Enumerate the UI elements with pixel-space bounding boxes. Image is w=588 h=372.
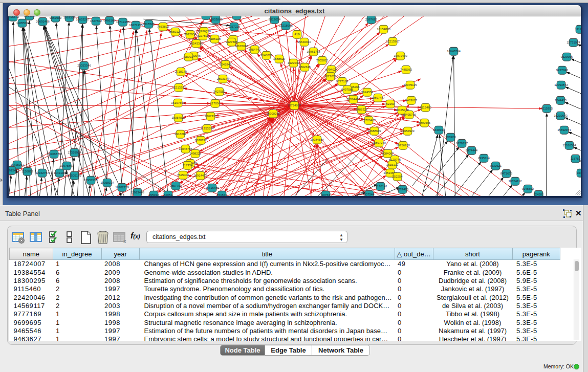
svg-text:2935114: 2935114: [478, 157, 490, 160]
svg-text:17016504: 17016504: [562, 144, 576, 147]
svg-text:7485063: 7485063: [400, 68, 412, 71]
svg-text:111240: 111240: [575, 28, 580, 31]
svg-text:16154808: 16154808: [377, 28, 390, 31]
svg-text:16648764: 16648764: [447, 50, 461, 53]
svg-text:116753: 116753: [570, 157, 580, 160]
svg-text:807544: 807544: [364, 193, 375, 196]
svg-text:6466160: 6466160: [103, 19, 116, 22]
svg-text:23676038: 23676038: [234, 45, 248, 48]
svg-text:19756928: 19756928: [396, 144, 410, 147]
svg-text:x: x: [123, 238, 126, 244]
svg-text:1621072: 1621072: [324, 75, 336, 78]
svg-text:17359924: 17359924: [68, 151, 81, 154]
svg-text:16107554: 16107554: [171, 101, 185, 104]
svg-text:6379197: 6379197: [455, 142, 468, 145]
svg-text:938928: 938928: [445, 136, 456, 139]
svg-text:7625402: 7625402: [177, 173, 189, 177]
svg-text:10653267: 10653267: [76, 18, 90, 21]
svg-text:10688609: 10688609: [367, 129, 381, 133]
svg-text:9463627: 9463627: [405, 99, 417, 102]
svg-text:1733426: 1733426: [396, 188, 408, 191]
svg-text:3427552: 3427552: [213, 90, 225, 93]
svg-text:52051: 52051: [164, 193, 172, 196]
svg-text:761543: 761543: [216, 193, 227, 196]
svg-text:1562615: 1562615: [298, 65, 311, 69]
svg-text:2803144: 2803144: [216, 77, 229, 80]
svg-text:995012: 995012: [148, 193, 159, 196]
svg-text:252254: 252254: [392, 175, 403, 178]
svg-text:20206576: 20206576: [47, 152, 61, 156]
svg-text:15692971: 15692971: [557, 128, 571, 132]
svg-text:10719155: 10719155: [116, 20, 129, 24]
svg-text:15716485: 15716485: [205, 186, 219, 189]
svg-text:18495796: 18495796: [402, 113, 416, 116]
svg-text:12505185: 12505185: [68, 174, 81, 177]
svg-text:117334: 117334: [182, 164, 192, 167]
svg-text:10807487: 10807487: [371, 96, 385, 99]
svg-text:9857791: 9857791: [169, 184, 182, 187]
svg-text:9474444: 9474444: [465, 149, 477, 152]
svg-text:7486322: 7486322: [355, 108, 367, 111]
svg-text:92450: 92450: [577, 171, 581, 174]
svg-text:2718170: 2718170: [175, 70, 187, 73]
svg-text:19218906: 19218906: [279, 24, 293, 27]
svg-text:16543382: 16543382: [189, 42, 203, 45]
svg-text:9327508: 9327508: [225, 40, 237, 43]
svg-text:8215955: 8215955: [540, 107, 553, 110]
svg-text:20691406: 20691406: [36, 20, 50, 23]
svg-text:2093719: 2093719: [200, 16, 212, 17]
svg-text:9245652: 9245652: [521, 187, 534, 190]
svg-text:924501: 924501: [533, 193, 544, 196]
svg-text:39154: 39154: [9, 169, 16, 172]
svg-text:1405572: 1405572: [16, 21, 28, 25]
svg-text:8813054: 8813054: [268, 18, 280, 21]
svg-text:15751074: 15751074: [567, 41, 580, 44]
svg-text:1322033: 1322033: [287, 61, 299, 64]
svg-text:1405572: 1405572: [9, 16, 19, 18]
svg-text:12093872: 12093872: [554, 83, 568, 86]
svg-text:9777169: 9777169: [336, 80, 348, 83]
svg-text:6899695: 6899695: [418, 121, 430, 124]
svg-text:3912954: 3912954: [184, 33, 196, 36]
svg-text:18807249: 18807249: [372, 141, 386, 144]
svg-text:8471676: 8471676: [500, 172, 512, 175]
svg-text:16435061: 16435061: [10, 163, 24, 166]
svg-text:3267110: 3267110: [205, 115, 217, 118]
svg-text:1063509: 1063509: [63, 16, 75, 19]
svg-text:9084067: 9084067: [381, 152, 394, 155]
svg-text:19654923: 19654923: [401, 129, 415, 133]
svg-text:9242848: 9242848: [219, 63, 231, 66]
svg-text:117006: 117006: [210, 102, 220, 105]
svg-text:98901: 98901: [184, 55, 193, 58]
svg-text:15640910: 15640910: [297, 40, 311, 43]
svg-text:1916682: 1916682: [174, 133, 186, 136]
svg-text:12213382: 12213382: [172, 86, 186, 89]
svg-text:9063509: 9063509: [49, 16, 61, 19]
svg-text:6794024: 6794024: [325, 68, 337, 71]
svg-text:7515526: 7515526: [142, 23, 155, 26]
svg-text:19384554: 19384554: [310, 138, 324, 141]
svg-text:16961758: 16961758: [307, 50, 320, 53]
svg-text:23053346: 23053346: [77, 64, 91, 67]
svg-text:62160: 62160: [386, 102, 395, 105]
svg-text:9146821: 9146821: [260, 54, 272, 57]
svg-text:1156819: 1156819: [21, 170, 34, 173]
svg-text:2087682: 2087682: [365, 18, 377, 21]
svg-text:8186328: 8186328: [208, 37, 221, 40]
svg-text:12923448: 12923448: [130, 191, 144, 194]
svg-text:7632621: 7632621: [489, 164, 502, 167]
svg-text:12942757: 12942757: [35, 171, 49, 174]
svg-text:1640934: 1640934: [432, 128, 445, 132]
svg-text:1527602: 1527602: [90, 19, 102, 23]
svg-text:9115460: 9115460: [420, 106, 432, 109]
svg-text:9529966: 9529966: [560, 55, 573, 58]
svg-text:17957255: 17957255: [84, 179, 98, 182]
svg-text:419: 419: [294, 33, 300, 36]
svg-text:10958107: 10958107: [100, 181, 114, 184]
svg-text:15720407: 15720407: [362, 119, 376, 122]
svg-text:16782759: 16782759: [115, 186, 129, 189]
svg-text:7663822: 7663822: [157, 25, 169, 28]
svg-text:9227509: 9227509: [197, 34, 209, 37]
svg-text:15136141: 15136141: [374, 185, 387, 188]
svg-text:18724007: 18724007: [287, 104, 301, 107]
